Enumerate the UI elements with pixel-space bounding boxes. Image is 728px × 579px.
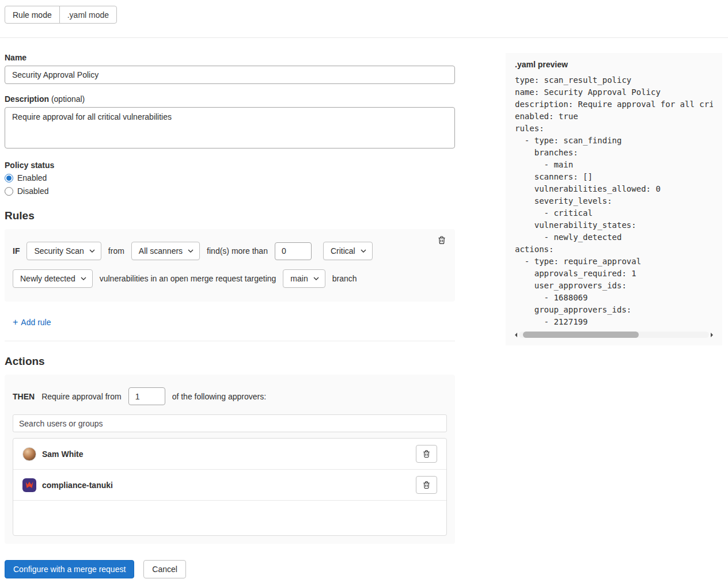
vulnerabilities-allowed-input[interactable] (275, 242, 312, 260)
disabled-radio-row: Disabled (5, 186, 455, 196)
approver-name: Sam White (42, 450, 84, 459)
following-approvers-text: of the following approvers: (172, 392, 266, 401)
yaml-preview-column: .yaml preview type: scan_result_policy n… (506, 53, 722, 345)
chevron-down-icon (313, 277, 319, 280)
tab-rule-mode[interactable]: Rule mode (5, 6, 60, 24)
from-text: from (108, 246, 124, 256)
actions-heading: Actions (5, 355, 455, 368)
scroll-right-arrow-icon[interactable] (711, 333, 713, 337)
approver-row-compliance-tanuki: compliance-tanuki (13, 470, 446, 501)
name-group: Name (5, 53, 455, 84)
plus-icon: + (13, 318, 18, 327)
approver-name: compliance-tanuki (42, 481, 113, 490)
targeting-text: vulnerabilities in an open merge request… (100, 274, 276, 283)
vulnerability-state-dropdown[interactable]: Newly detected (13, 269, 93, 288)
scanners-value: All scanners (139, 246, 183, 256)
remove-approver-button[interactable] (416, 476, 437, 494)
branch-text: branch (332, 274, 357, 283)
description-label-text: Description (5, 94, 49, 104)
description-group: Description (optional) Require approval … (5, 94, 455, 150)
disabled-radio[interactable] (5, 187, 13, 196)
chevron-down-icon (361, 249, 366, 253)
branch-value: main (290, 274, 308, 283)
yaml-preview-title: .yaml preview (515, 60, 713, 69)
action-card: THEN Require approval from of the follow… (5, 375, 455, 544)
add-rule-label: Add rule (21, 318, 51, 327)
approver-list: Sam White compliance-tanuki (13, 438, 447, 536)
description-label: Description (optional) (5, 94, 455, 104)
policy-editor-page: Rule mode .yaml mode Name Description (o… (0, 0, 728, 579)
tanuki-icon (26, 482, 33, 488)
name-input[interactable] (5, 66, 455, 84)
scanners-dropdown[interactable]: All scanners (131, 242, 200, 260)
tab-yaml-mode[interactable]: .yaml mode (59, 6, 117, 24)
top-divider (0, 37, 728, 38)
policy-form: Name Description (optional) Require appr… (5, 53, 455, 578)
severity-value: Critical (331, 246, 355, 256)
yaml-preview-panel: .yaml preview type: scan_result_policy n… (506, 53, 722, 345)
trash-icon (437, 235, 446, 245)
scan-type-value: Security Scan (34, 246, 84, 256)
description-input[interactable]: Require approval for all critical vulner… (5, 107, 455, 148)
enabled-radio-row: Enabled (5, 173, 455, 182)
cancel-button[interactable]: Cancel (143, 560, 186, 578)
delete-rule-button[interactable] (435, 234, 448, 248)
then-keyword: THEN (13, 392, 35, 401)
rule-row-1: IF Security Scan from All scanners find(… (13, 242, 447, 260)
rules-heading: Rules (5, 209, 455, 222)
policy-status-label: Policy status (5, 161, 455, 170)
policy-status-group: Policy status Enabled Disabled (5, 161, 455, 196)
yaml-horizontal-scrollbar[interactable] (515, 331, 713, 338)
mode-tabs: Rule mode .yaml mode (5, 6, 117, 24)
scrollbar-thumb[interactable] (523, 332, 639, 338)
group-avatar (22, 478, 36, 492)
add-rule-button[interactable]: + Add rule (13, 318, 51, 327)
if-keyword: IF (13, 246, 20, 256)
enabled-radio-label[interactable]: Enabled (17, 173, 47, 182)
yaml-code: type: scan_result_policy name: Security … (515, 74, 713, 328)
scrollbar-track[interactable] (519, 332, 709, 338)
approver-search-input[interactable] (13, 414, 447, 432)
trash-icon (422, 481, 431, 489)
branch-dropdown[interactable]: main (283, 269, 325, 288)
finds-more-than-text: find(s) more than (207, 246, 268, 256)
rule-row-2: Newly detected vulnerabilities in an ope… (13, 269, 447, 288)
form-footer: Configure with a merge request Cancel (5, 560, 455, 578)
name-label: Name (5, 53, 455, 62)
add-rule-section: + Add rule (5, 302, 455, 341)
then-row: THEN Require approval from of the follow… (13, 387, 447, 405)
enabled-radio[interactable] (5, 174, 13, 182)
editor-content: Name Description (optional) Require appr… (5, 53, 722, 578)
rule-card: IF Security Scan from All scanners find(… (5, 229, 455, 302)
chevron-down-icon (81, 277, 86, 280)
approver-row-sam-white: Sam White (13, 439, 446, 470)
disabled-radio-label[interactable]: Disabled (17, 186, 48, 196)
scroll-left-arrow-icon[interactable] (515, 333, 517, 337)
chevron-down-icon (89, 249, 95, 253)
approvals-required-input[interactable] (128, 387, 165, 405)
severity-dropdown[interactable]: Critical (323, 242, 373, 260)
remove-approver-button[interactable] (416, 445, 437, 463)
trash-icon (422, 450, 431, 458)
require-approval-text: Require approval from (41, 392, 122, 401)
vulnerability-state-value: Newly detected (20, 274, 75, 283)
description-optional-text: (optional) (51, 94, 85, 104)
chevron-down-icon (188, 249, 194, 253)
scan-type-dropdown[interactable]: Security Scan (26, 242, 101, 260)
configure-merge-request-button[interactable]: Configure with a merge request (5, 560, 134, 578)
avatar (22, 447, 36, 461)
